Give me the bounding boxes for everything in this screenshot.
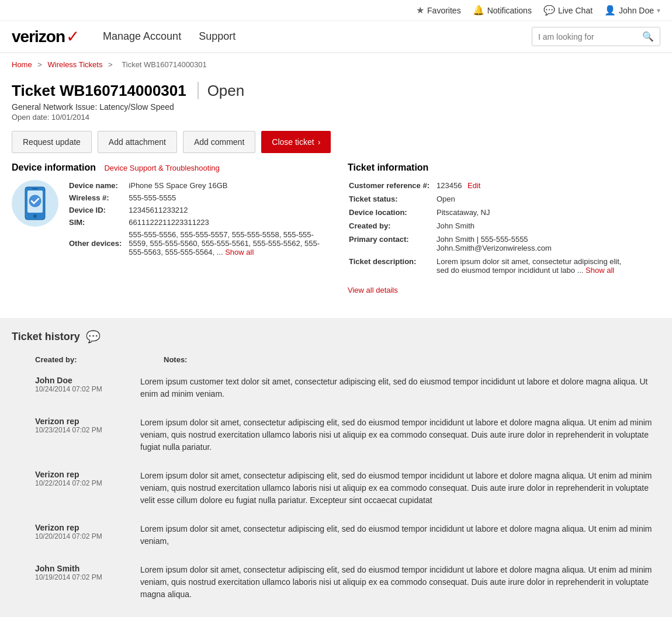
- other-devices-value: 555-555-5556, 555-555-5557, 555-555-5558…: [129, 230, 323, 259]
- breadcrumb-sep1: >: [37, 60, 44, 69]
- history-note-1: Lorem ipsum dolor sit amet, consectetur …: [140, 417, 660, 453]
- close-ticket-label: Close ticket: [272, 137, 314, 147]
- svg-point-2: [33, 214, 37, 218]
- nav-links: Manage Account Support: [103, 30, 508, 43]
- open-date-value: 10/01/2014: [51, 113, 89, 122]
- notifications-nav[interactable]: 🔔 Notifications: [473, 5, 532, 16]
- logo-checkmark: ✓: [66, 27, 79, 46]
- sim-label: SIM:: [69, 218, 127, 229]
- main-nav: verizon✓ Manage Account Support 🔍: [0, 21, 672, 53]
- livechat-nav[interactable]: 💬 Live Chat: [543, 5, 593, 16]
- search-area: 🔍: [532, 27, 660, 46]
- ticket-date: Open date: 10/01/2014: [12, 113, 660, 122]
- device-id-label: Device ID:: [69, 206, 127, 217]
- comment-icon: 💬: [86, 330, 101, 344]
- breadcrumb-home[interactable]: Home: [12, 60, 32, 69]
- request-update-button[interactable]: Request update: [12, 131, 92, 153]
- ticket-info-title: Ticket information: [348, 162, 660, 173]
- history-date-0: 10/24/2014 07:02 PM: [35, 385, 140, 393]
- wireless-label: Wireless #:: [69, 193, 127, 204]
- main-content: Ticket WB160714000301 Open General Netwo…: [0, 76, 672, 312]
- history-row: Verizon rep 10/23/2014 07:02 PM Lorem ip…: [12, 408, 660, 462]
- device-support-link[interactable]: Device Support & Troubleshooting: [104, 164, 219, 172]
- wireless-value: 555-555-5555: [129, 193, 323, 204]
- history-col-created: Created by:: [35, 355, 164, 364]
- device-name-value: iPhone 5S Space Grey 16GB: [129, 181, 323, 192]
- close-ticket-button[interactable]: Close ticket ›: [261, 131, 331, 153]
- device-icon: [12, 180, 58, 227]
- svg-rect-3: [32, 188, 38, 189]
- history-title: Ticket history 💬: [12, 330, 660, 344]
- user-icon: 👤: [604, 5, 616, 16]
- search-input[interactable]: [538, 32, 642, 41]
- history-date-4: 10/19/2014 07:02 PM: [35, 573, 140, 581]
- history-person-3: Verizon rep: [35, 523, 140, 532]
- history-note-2: Lorem ipsum dolor sit amet, consectetur …: [140, 470, 660, 507]
- history-row: Verizon rep 10/22/2014 07:02 PM Lorem ip…: [12, 462, 660, 515]
- ticket-status-value: Open: [437, 195, 623, 207]
- history-person-1: Verizon rep: [35, 417, 140, 426]
- history-section: Ticket history 💬 Created by: Notes: John…: [0, 318, 672, 617]
- chat-icon: 💬: [543, 5, 555, 16]
- action-buttons: Request update Add attachment Add commen…: [12, 131, 660, 153]
- support-link[interactable]: Support: [199, 30, 235, 43]
- history-date-2: 10/22/2014 07:02 PM: [35, 479, 140, 487]
- history-entries: John Doe 10/24/2014 07:02 PM Lorem ipsum…: [12, 368, 660, 609]
- primary-contact-label: Primary contact:: [349, 235, 435, 256]
- breadcrumb-current: Ticket WB160714000301: [122, 60, 207, 69]
- ticket-subtitle: General Network Issue: Latency/Slow Spee…: [12, 102, 660, 112]
- user-nav[interactable]: 👤 John Doe ▾: [604, 5, 660, 16]
- breadcrumb-sep2: >: [108, 60, 115, 69]
- device-info-col: Device information Device Support & Trou…: [12, 162, 324, 294]
- ticket-id: Ticket WB160714000301: [12, 82, 186, 99]
- breadcrumb: Home > Wireless Tickets > Ticket WB16071…: [0, 53, 672, 76]
- primary-contact-value: John Smith | 555-555-5555 John.Smith@Ver…: [437, 235, 623, 256]
- add-attachment-button[interactable]: Add attachment: [98, 131, 177, 153]
- created-by-value: John Smith: [437, 221, 623, 234]
- chevron-down-icon: ▾: [657, 6, 660, 15]
- sim-value: 6611122211223311223: [129, 218, 323, 229]
- device-info-title: Device information Device Support & Trou…: [12, 162, 324, 173]
- customer-ref-edit[interactable]: Edit: [467, 181, 480, 190]
- history-headers: Created by: Notes:: [12, 355, 660, 368]
- other-devices-show-all[interactable]: Show all: [225, 248, 254, 256]
- history-note-0: Lorem ipsum customer text dolor sit amet…: [140, 376, 660, 400]
- chevron-right-icon: ›: [318, 137, 321, 147]
- ticket-header: Ticket WB160714000301 Open General Netwo…: [12, 82, 660, 122]
- history-note-3: Lorem ipsum dolor sit amet, consectetur …: [140, 523, 660, 547]
- device-table: Device name: iPhone 5S Space Grey 16GB W…: [68, 180, 324, 260]
- history-created-2: Verizon rep 10/22/2014 07:02 PM: [12, 470, 140, 507]
- history-person-2: Verizon rep: [35, 470, 140, 479]
- favorites-label: Favorites: [427, 6, 461, 15]
- history-created-1: Verizon rep 10/23/2014 07:02 PM: [12, 417, 140, 453]
- notifications-label: Notifications: [487, 6, 532, 15]
- ticket-desc-value: Lorem ipsum dolor sit amet, consectetur …: [437, 257, 623, 278]
- user-label: John Doe: [619, 6, 654, 15]
- history-row: Verizon rep 10/20/2014 07:02 PM Lorem ip…: [12, 515, 660, 556]
- logo[interactable]: verizon✓: [12, 27, 79, 46]
- favorites-nav[interactable]: ★ Favorites: [416, 5, 461, 16]
- other-devices-label: Other devices:: [69, 230, 127, 259]
- device-icon-area: Device name: iPhone 5S Space Grey 16GB W…: [12, 180, 324, 260]
- ticket-info-col: Ticket information Customer reference #:…: [348, 162, 660, 294]
- created-by-label: Created by:: [349, 221, 435, 234]
- history-col-notes: Notes:: [164, 355, 660, 364]
- history-row: John Smith 10/19/2014 07:02 PM Lorem ips…: [12, 556, 660, 609]
- info-columns: Device information Device Support & Trou…: [12, 162, 660, 294]
- history-person-4: John Smith: [35, 564, 140, 573]
- manage-account-link[interactable]: Manage Account: [103, 30, 181, 43]
- top-nav: ★ Favorites 🔔 Notifications 💬 Live Chat …: [0, 0, 672, 21]
- view-all-details-link[interactable]: View all details: [348, 286, 398, 294]
- history-row: John Doe 10/24/2014 07:02 PM Lorem ipsum…: [12, 368, 660, 408]
- history-date-1: 10/23/2014 07:02 PM: [35, 426, 140, 434]
- ticket-desc-show-all[interactable]: Show all: [586, 266, 614, 275]
- customer-ref-value: 123456 Edit: [437, 181, 623, 193]
- breadcrumb-wireless-tickets[interactable]: Wireless Tickets: [48, 60, 103, 69]
- search-icon[interactable]: 🔍: [642, 31, 654, 42]
- primary-contact-line1: John Smith | 555-555-5555: [437, 235, 623, 244]
- add-comment-button[interactable]: Add comment: [183, 131, 255, 153]
- history-date-3: 10/20/2014 07:02 PM: [35, 532, 140, 540]
- device-location-value: Pitscataway, NJ: [437, 208, 623, 220]
- device-id-value: 12345611233212: [129, 206, 323, 217]
- history-created-0: John Doe 10/24/2014 07:02 PM: [12, 376, 140, 400]
